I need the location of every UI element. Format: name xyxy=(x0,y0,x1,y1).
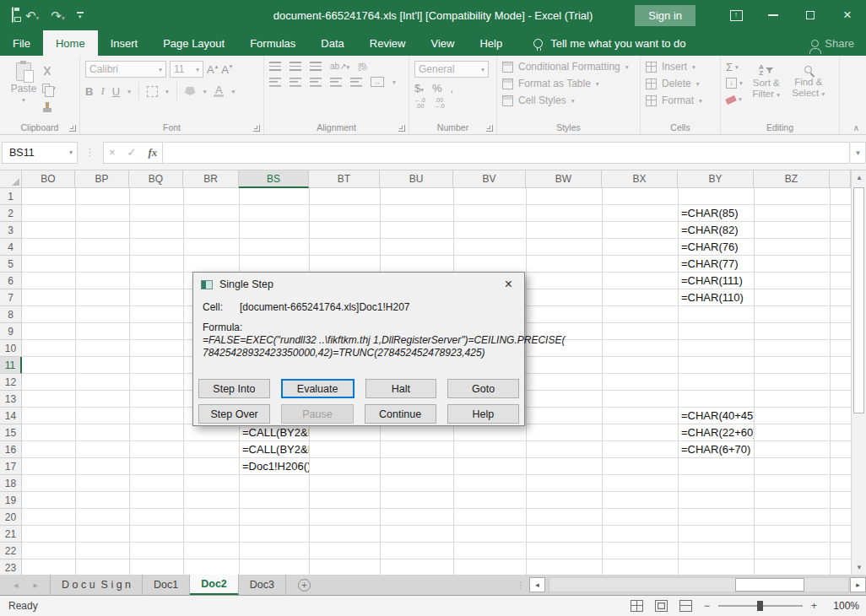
scroll-up-icon[interactable]: ▲ xyxy=(852,170,866,185)
sheet-tab-doc3[interactable]: Doc3 xyxy=(239,575,286,595)
italic-button[interactable]: I xyxy=(100,84,104,98)
cell-styles-button[interactable]: Cell Styles▾ xyxy=(502,95,636,106)
select-all-corner[interactable] xyxy=(0,170,22,188)
dialog-title-bar[interactable]: Single Step × xyxy=(193,273,524,296)
row-header-7[interactable]: 7 xyxy=(0,289,22,306)
font-dialog-launcher-icon[interactable] xyxy=(253,125,260,132)
page-break-view-icon[interactable] xyxy=(679,600,692,612)
copy-button[interactable]: ▾ xyxy=(42,82,56,94)
sheet-nav-right-icon[interactable]: ▸ xyxy=(34,580,39,591)
clipboard-dialog-launcher-icon[interactable] xyxy=(69,125,76,132)
close-button[interactable]: × xyxy=(829,0,866,30)
fill-button[interactable]: ↓▾ xyxy=(726,77,743,89)
horizontal-scrollbar-thumb[interactable] xyxy=(735,578,804,592)
row-header-1[interactable]: 1 xyxy=(0,188,22,205)
font-size-combobox[interactable]: 11▾ xyxy=(170,61,203,78)
align-top-button[interactable] xyxy=(269,62,281,71)
tab-formulas[interactable]: Formulas xyxy=(237,30,308,56)
formula-input[interactable] xyxy=(163,142,850,164)
insert-function-icon[interactable]: fx xyxy=(149,146,158,159)
tab-home[interactable]: Home xyxy=(43,30,98,56)
row-header-22[interactable]: 22 xyxy=(0,543,22,559)
save-icon[interactable] xyxy=(12,8,14,23)
row-header-14[interactable]: 14 xyxy=(0,408,22,424)
cell-BY14[interactable]: =CHAR(40+45) xyxy=(678,408,754,424)
row-header-11[interactable]: 11 xyxy=(0,357,22,374)
font-color-button[interactable]: A xyxy=(214,85,224,97)
row-header-12[interactable]: 12 xyxy=(0,374,22,391)
row-header-10[interactable]: 10 xyxy=(0,340,22,357)
conditional-formatting-button[interactable]: Conditional Formatting▾ xyxy=(502,61,636,73)
align-bottom-button[interactable] xyxy=(310,62,322,71)
tell-me-box[interactable]: Tell me what you want to do xyxy=(533,30,685,56)
sheet-nav-left-icon[interactable]: ◂ xyxy=(14,580,19,591)
row-header-6[interactable]: 6 xyxy=(0,273,22,289)
dialog-button-step-into[interactable]: Step Into xyxy=(198,379,270,398)
align-right-button[interactable] xyxy=(310,78,322,87)
column-header-BO[interactable]: BO xyxy=(22,170,75,188)
wrap-text-button[interactable]: abc⏎ xyxy=(358,62,367,71)
delete-cells-button[interactable]: Delete▾ xyxy=(646,78,717,89)
page-layout-view-icon[interactable] xyxy=(655,600,668,612)
accounting-format-button[interactable]: $▾ xyxy=(414,82,424,95)
tab-page-layout[interactable]: Page Layout xyxy=(150,30,237,56)
column-header-BU[interactable]: BU xyxy=(380,170,453,188)
dialog-button-continue[interactable]: Continue xyxy=(365,404,436,424)
tab-data[interactable]: Data xyxy=(308,30,356,56)
cell-BS17[interactable]: =Doc1!H206() xyxy=(239,458,309,475)
cell-BY5[interactable]: =CHAR(77) xyxy=(678,256,754,273)
row-header-5[interactable]: 5 xyxy=(0,256,22,273)
row-header-2[interactable]: 2 xyxy=(0,205,22,222)
column-header-BT[interactable]: BT xyxy=(309,170,380,188)
decrease-decimal-button[interactable]: .00→.0 xyxy=(434,97,445,109)
tab-review[interactable]: Review xyxy=(357,30,419,56)
tab-insert[interactable]: Insert xyxy=(98,30,151,56)
row-header-18[interactable]: 18 xyxy=(0,475,22,492)
paste-button[interactable]: Paste ▾ xyxy=(5,59,42,121)
autosum-button[interactable]: Σ▾ xyxy=(726,61,743,73)
row-header-21[interactable]: 21 xyxy=(0,526,22,543)
row-header-16[interactable]: 16 xyxy=(0,441,22,458)
dialog-button-pause[interactable]: Pause xyxy=(281,404,353,424)
row-header-13[interactable]: 13 xyxy=(0,391,22,408)
column-header-BP[interactable]: BP xyxy=(75,170,129,188)
redo-icon[interactable]: ↷▾ xyxy=(51,9,64,22)
collapse-ribbon-icon[interactable]: ∧ xyxy=(853,123,859,132)
dialog-button-evaluate[interactable]: Evaluate xyxy=(281,379,355,398)
dialog-close-icon[interactable]: × xyxy=(501,277,517,292)
row-header-4[interactable]: 4 xyxy=(0,239,22,256)
tab-strip-dots-icon[interactable]: ⋮ xyxy=(517,575,525,596)
dialog-button-help[interactable]: Help xyxy=(447,404,519,424)
normal-view-icon[interactable] xyxy=(631,600,643,612)
sign-in-button[interactable]: Sign in xyxy=(635,5,696,26)
insert-cells-button[interactable]: Insert▾ xyxy=(646,61,717,73)
row-header-8[interactable]: 8 xyxy=(0,306,22,323)
orientation-button[interactable]: ab↗▾ xyxy=(330,62,349,71)
merge-center-button[interactable]: ↔ xyxy=(371,77,384,87)
format-as-table-button[interactable]: Format as Table▾ xyxy=(502,78,636,89)
row-header-15[interactable]: 15 xyxy=(0,424,22,441)
comma-style-button[interactable]: , xyxy=(451,82,454,95)
name-box[interactable]: BS11▾ xyxy=(2,142,78,164)
customize-qat-icon[interactable]: ▾ xyxy=(77,12,84,19)
cell-BY15[interactable]: =CHAR(22+60) xyxy=(678,424,754,441)
cell-BS16[interactable]: =CALL(BY2&B xyxy=(239,441,309,458)
minimize-button[interactable] xyxy=(755,0,792,30)
ribbon-display-options-button[interactable] xyxy=(717,0,755,30)
horizontal-scrollbar[interactable] xyxy=(549,577,849,592)
row-header-19[interactable]: 19 xyxy=(0,492,22,509)
share-button[interactable]: Share xyxy=(811,30,854,56)
column-header-BQ[interactable]: BQ xyxy=(129,170,183,188)
dialog-button-step-over[interactable]: Step Over xyxy=(198,404,270,424)
column-header-BW[interactable]: BW xyxy=(526,170,602,188)
column-header-BR[interactable]: BR xyxy=(183,170,239,188)
cut-button[interactable] xyxy=(42,65,56,77)
cell-BY7[interactable]: =CHAR(110) xyxy=(678,289,754,306)
cell-BY4[interactable]: =CHAR(76) xyxy=(678,239,754,256)
restore-button[interactable] xyxy=(792,0,829,30)
alignment-dialog-launcher-icon[interactable] xyxy=(398,125,405,132)
decrease-indent-button[interactable] xyxy=(330,78,342,87)
column-header-BS[interactable]: BS xyxy=(239,170,309,188)
align-center-button[interactable] xyxy=(290,78,301,87)
row-header-23[interactable]: 23 xyxy=(0,559,22,575)
